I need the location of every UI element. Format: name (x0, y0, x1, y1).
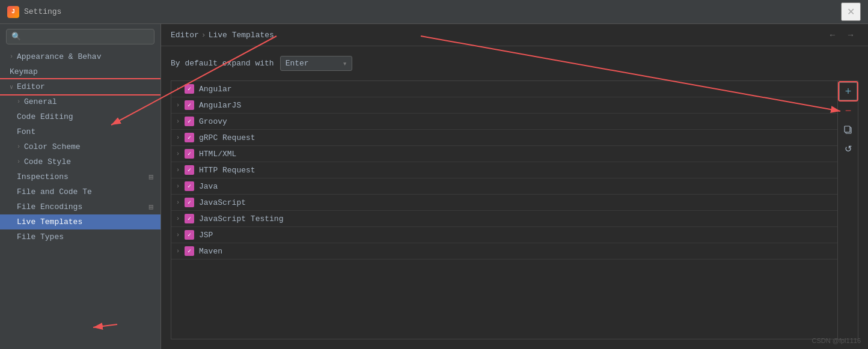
template-group-jsp[interactable]: › JSP (171, 227, 837, 243)
sidebar-item-label: File and Code Te (17, 187, 92, 196)
app-icon: J (7, 6, 19, 18)
template-group-grpc[interactable]: › gRPC Request (171, 130, 837, 146)
group-expand-arrow: › (176, 167, 180, 174)
group-checkbox-javascript[interactable] (185, 198, 194, 207)
group-expand-arrow: › (176, 135, 180, 141)
back-button[interactable]: ← (825, 29, 840, 41)
right-panel: Editor › Live Templates ← → By default e… (161, 24, 868, 349)
file-encodings-badge: ▤ (149, 202, 153, 211)
sidebar-item-label: Code Style (24, 157, 71, 166)
action-buttons-panel: + − ↺ (838, 80, 858, 339)
search-input[interactable] (25, 32, 149, 41)
group-expand-arrow: › (176, 216, 180, 222)
expand-arrow: › (10, 53, 13, 60)
sidebar-item-label: Inspections (17, 172, 69, 181)
group-expand-arrow: › (176, 102, 180, 109)
sidebar: 🔍 › Appearance & Behav Keymap ∨ Editor ›… (0, 24, 161, 349)
expand-label: By default expand with (171, 59, 274, 68)
sidebar-item-label: Live Templates (17, 217, 82, 226)
copy-button[interactable] (839, 121, 857, 139)
sidebar-item-code-editing[interactable]: Code Editing (0, 109, 160, 124)
breadcrumb-part-live-templates: Live Templates (209, 31, 274, 40)
group-checkbox-javascript-testing[interactable] (185, 214, 194, 223)
sidebar-item-editor[interactable]: ∨ Editor (0, 79, 160, 94)
panel-body: By default expand with Enter Tab Space (161, 46, 868, 349)
group-checkbox-html-xml[interactable] (185, 149, 194, 159)
remove-button[interactable]: − (839, 102, 857, 120)
reset-button[interactable]: ↺ (839, 140, 857, 158)
sidebar-item-code-style[interactable]: › Code Style (0, 154, 160, 169)
template-group-javascript[interactable]: › JavaScript (171, 195, 837, 211)
breadcrumb-part-editor: Editor (171, 31, 199, 40)
sidebar-item-label: File Encodings (17, 202, 82, 211)
sidebar-item-keymap[interactable]: Keymap (0, 64, 160, 79)
sidebar-item-file-encodings[interactable]: File Encodings ▤ (0, 199, 160, 214)
sidebar-item-label: Editor (17, 82, 45, 91)
template-group-maven[interactable]: › Maven (171, 243, 837, 259)
sidebar-item-color-scheme[interactable]: › Color Scheme (0, 139, 160, 154)
sidebar-item-font[interactable]: Font (0, 124, 160, 139)
group-expand-arrow: › (176, 199, 180, 206)
sidebar-item-label: General (24, 97, 57, 106)
breadcrumb: Editor › Live Templates (171, 31, 274, 40)
template-group-angular[interactable]: › Angular (171, 81, 837, 97)
expand-dropdown[interactable]: Enter Tab Space (280, 56, 352, 71)
sidebar-item-label: File Types (17, 232, 64, 241)
template-group-http-request[interactable]: › HTTP Request (171, 162, 837, 178)
group-expand-arrow: › (176, 232, 180, 238)
group-checkbox-java[interactable] (185, 181, 194, 191)
expand-arrow: › (17, 159, 20, 165)
group-checkbox-groovy[interactable] (185, 117, 194, 126)
sidebar-item-label: Code Editing (17, 112, 73, 121)
group-checkbox-angularjs[interactable] (185, 100, 194, 110)
main-content: 🔍 › Appearance & Behav Keymap ∨ Editor ›… (0, 24, 868, 349)
breadcrumb-bar: Editor › Live Templates ← → (161, 24, 868, 46)
sidebar-item-label: Appearance & Behav (17, 52, 101, 61)
group-checkbox-jsp[interactable] (185, 230, 194, 240)
group-name-jsp: JSP (199, 231, 213, 240)
templates-list: › Angular › AngularJS › (171, 80, 838, 339)
sidebar-item-file-and-code-te[interactable]: File and Code Te (0, 184, 160, 199)
svg-rect-1 (845, 126, 850, 132)
expand-arrow: ∨ (10, 83, 13, 91)
group-name-javascript-testing: JavaScript Testing (199, 214, 283, 223)
template-group-java[interactable]: › Java (171, 178, 837, 195)
template-group-angularjs[interactable]: › AngularJS (171, 97, 837, 114)
group-name-angular: Angular (199, 85, 232, 94)
close-button[interactable]: ✕ (841, 2, 861, 21)
sidebar-item-live-templates[interactable]: Live Templates (0, 214, 160, 229)
template-group-html-xml[interactable]: › HTML/XML (171, 146, 837, 162)
group-checkbox-http-request[interactable] (185, 165, 194, 175)
group-name-angularjs: AngularJS (199, 101, 241, 110)
expand-arrow: › (17, 99, 20, 105)
group-checkbox-maven[interactable] (185, 246, 194, 256)
sidebar-item-label: Color Scheme (24, 142, 81, 151)
title-bar: J Settings ✕ (0, 0, 868, 24)
sidebar-item-inspections[interactable]: Inspections ▤ (0, 169, 160, 184)
copy-icon (844, 126, 852, 134)
add-button[interactable]: + (839, 82, 857, 100)
sidebar-item-general[interactable]: › General (0, 94, 160, 109)
search-box[interactable]: 🔍 (6, 29, 154, 44)
sidebar-item-appearance[interactable]: › Appearance & Behav (0, 49, 160, 64)
group-name-http-request: HTTP Request (199, 166, 255, 175)
group-checkbox-angular[interactable] (185, 84, 194, 94)
group-checkbox-grpc[interactable] (185, 133, 194, 142)
breadcrumb-nav: ← → (825, 29, 858, 41)
template-group-groovy[interactable]: › Groovy (171, 114, 837, 130)
expand-arrow: › (17, 144, 20, 150)
group-expand-arrow: › (176, 86, 180, 93)
group-name-grpc: gRPC Request (199, 133, 255, 142)
sidebar-item-label: Font (17, 127, 35, 136)
sidebar-item-file-types[interactable]: File Types (0, 229, 160, 244)
group-name-javascript: JavaScript (199, 198, 246, 207)
group-expand-arrow: › (176, 151, 180, 157)
window-title: Settings (24, 7, 841, 16)
expand-row: By default expand with Enter Tab Space (171, 56, 858, 71)
forward-button[interactable]: → (843, 29, 858, 41)
group-name-html-xml: HTML/XML (199, 150, 236, 159)
template-group-javascript-testing[interactable]: › JavaScript Testing (171, 211, 837, 227)
group-expand-arrow: › (176, 118, 180, 125)
search-icon: 🔍 (11, 32, 21, 41)
reset-icon: ↺ (845, 144, 852, 154)
